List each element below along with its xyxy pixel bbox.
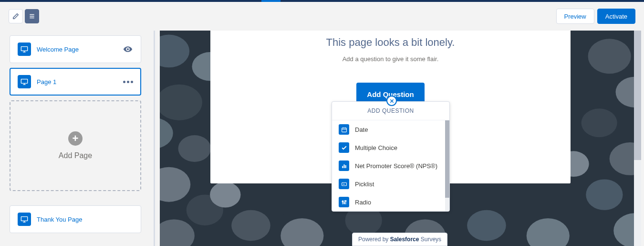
question-type-multiple-choice[interactable]: Multiple Choice	[332, 139, 449, 157]
svg-point-28	[231, 210, 270, 241]
empty-state-subtitle: Add a question to give it some flair.	[343, 55, 439, 63]
question-type-picklist[interactable]: Picklist	[332, 175, 449, 193]
svg-rect-7	[21, 79, 27, 84]
svg-point-35	[262, 193, 291, 216]
svg-point-51	[342, 201, 343, 202]
list-icon	[29, 13, 35, 20]
add-page-label: Add Page	[59, 151, 92, 160]
top-bar-accent	[261, 0, 280, 2]
view-mode-toggle	[9, 9, 39, 23]
question-type-radio[interactable]: Radio	[332, 193, 449, 211]
svg-rect-44	[343, 164, 344, 168]
svg-point-52	[343, 203, 344, 203]
question-type-nps[interactable]: Net Promoter Score® (NPS®)	[332, 157, 449, 175]
check-icon	[339, 142, 349, 153]
preview-button[interactable]: Preview	[556, 9, 594, 24]
question-type-date[interactable]: Date	[332, 120, 449, 139]
monitor-icon	[18, 213, 31, 226]
canvas: This page looks a bit lonely. Add a ques…	[160, 31, 634, 246]
svg-point-24	[582, 108, 617, 137]
pencil-icon	[12, 13, 19, 20]
svg-point-53	[345, 200, 346, 201]
plus-icon: +	[68, 131, 83, 146]
page-label: Page 1	[37, 78, 117, 86]
page-card-welcome[interactable]: Welcome Page	[10, 35, 141, 63]
svg-point-32	[467, 210, 506, 241]
popup-body: Date Multiple Choice Net Promoter Score®…	[332, 120, 449, 211]
svg-point-26	[586, 179, 623, 210]
edit-mode-button[interactable]	[9, 9, 23, 23]
list-mode-button[interactable]	[25, 9, 39, 23]
add-page-button[interactable]: + Add Page	[10, 100, 141, 191]
date-icon	[339, 124, 349, 135]
page-sidebar: Welcome Page Page 1 + Add Page Thank You…	[0, 31, 148, 246]
question-type-label: Net Promoter Score® (NPS®)	[355, 162, 437, 170]
add-question-popup: ADD QUESTION Date Multiple Choice	[332, 101, 450, 212]
activate-button[interactable]: Activate	[597, 9, 635, 24]
canvas-container: This page looks a bit lonely. Add a ques…	[154, 31, 641, 246]
monitor-icon	[18, 75, 31, 88]
svg-rect-43	[342, 166, 343, 168]
svg-rect-45	[345, 165, 346, 168]
question-type-label: Picklist	[355, 181, 374, 188]
visibility-icon[interactable]	[123, 44, 133, 54]
question-type-label: Radio	[355, 199, 371, 206]
main-area: Welcome Page Page 1 + Add Page Thank You…	[0, 31, 644, 246]
page-label: Welcome Page	[37, 46, 117, 53]
bar-chart-icon	[339, 160, 349, 171]
svg-point-34	[210, 182, 240, 208]
close-icon	[389, 98, 395, 104]
popup-close-button[interactable]	[386, 96, 397, 106]
monitor-icon	[18, 43, 31, 56]
picklist-icon	[339, 179, 349, 189]
more-actions-icon[interactable]	[123, 81, 133, 83]
sliders-icon	[339, 197, 349, 207]
svg-rect-3	[21, 47, 27, 51]
header-toolbar: Preview Activate	[0, 2, 644, 31]
top-bar	[0, 0, 644, 2]
svg-rect-10	[21, 217, 27, 221]
canvas-scrollbar[interactable]	[634, 31, 641, 246]
page-label: Thank You Page	[37, 216, 133, 223]
svg-point-6	[127, 48, 129, 50]
popup-scrollbar[interactable]	[445, 120, 449, 211]
svg-rect-39	[342, 128, 346, 132]
powered-by-badge: Powered by Salesforce Surveys	[352, 233, 447, 246]
svg-point-22	[588, 39, 631, 74]
question-type-label: Multiple Choice	[355, 144, 397, 151]
svg-point-18	[178, 135, 211, 162]
empty-state-title: This page looks a bit lonely.	[326, 36, 455, 49]
page-card-page1[interactable]: Page 1	[10, 68, 141, 96]
page-card-thankyou[interactable]: Thank You Page	[10, 205, 141, 233]
question-type-label: Date	[355, 126, 368, 133]
